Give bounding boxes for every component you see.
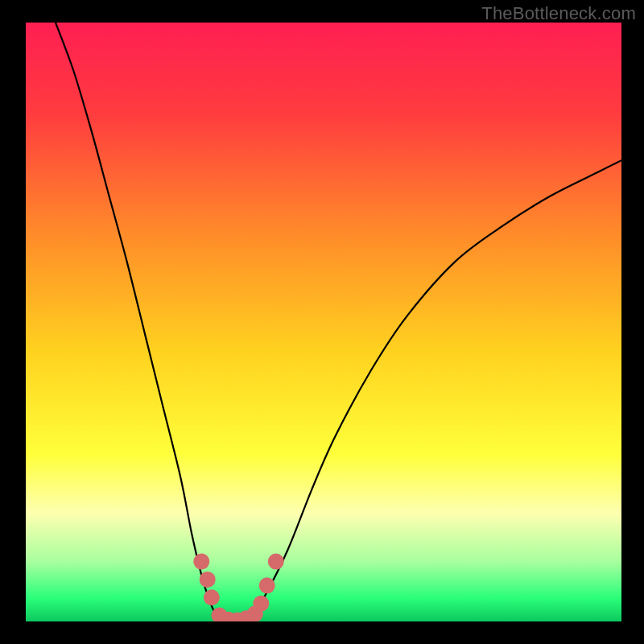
bottleneck-chart [0,0,644,644]
gradient-background [26,23,621,621]
marker-dot [204,589,220,605]
marker-dot [259,577,275,593]
marker-dot [193,554,209,570]
chart-frame: TheBottleneck.com [0,0,644,644]
marker-dot [200,572,216,588]
watermark-text: TheBottleneck.com [481,3,636,24]
marker-dot [253,596,269,612]
marker-dot [268,554,284,570]
